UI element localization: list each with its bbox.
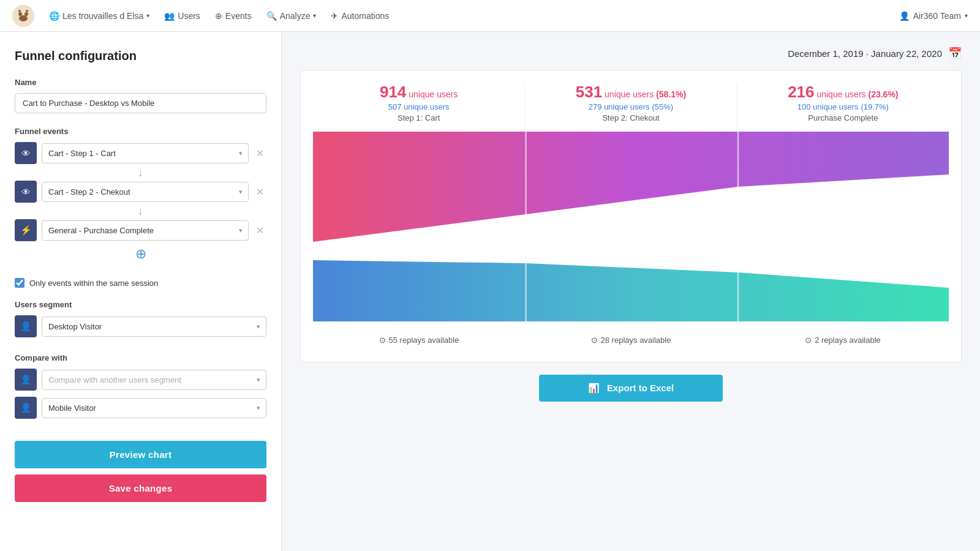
step2-header: 531 unique users (58.1%) 279 unique user… xyxy=(525,83,737,129)
nav-analyze[interactable]: 🔍 Analyze ▾ xyxy=(266,11,317,21)
compare-select-wrap: Compare with another users segment ▾ xyxy=(42,370,266,390)
brand-chevron-icon: ▾ xyxy=(146,12,149,19)
replays-step3: ⊙ 2 replays available xyxy=(737,331,949,350)
compare-placeholder-row: 👤 Compare with another users segment ▾ xyxy=(15,369,266,391)
step3-primary-stat: 216 unique users (23.6%) xyxy=(744,83,943,102)
compare-value-icon: 👤 xyxy=(20,402,32,413)
calendar-icon[interactable]: 📅 xyxy=(948,47,962,60)
step1-secondary-stat: 507 unique users xyxy=(319,102,518,111)
nav-brand[interactable]: 🌐 Les trouvailles d Elsa ▾ xyxy=(49,11,149,21)
event1-remove-button[interactable]: ✕ xyxy=(254,145,266,162)
compare-value-icon-button[interactable]: 👤 xyxy=(15,397,37,419)
export-section: 📊 Export to Excel xyxy=(300,375,962,402)
event-row-1: 👁 Cart - Step 1 - Cart ▾ ✕ xyxy=(15,142,266,164)
replay-icon-1: ⊙ xyxy=(379,335,386,345)
eye-icon-2: 👁 xyxy=(21,187,31,197)
arrow-down-1: ↓ xyxy=(15,167,266,179)
funnel-headers: 914 unique users 507 unique users Step 1… xyxy=(313,83,949,129)
event3-remove-button[interactable]: ✕ xyxy=(254,222,266,239)
step3-primary-pct: (23.6%) xyxy=(868,89,898,99)
svg-point-4 xyxy=(18,10,21,12)
step1-primary-count: 914 xyxy=(380,83,406,101)
funnel-svg xyxy=(313,129,949,324)
event2-eye-button[interactable]: 👁 xyxy=(15,181,37,203)
sidebar: Funnel configuration Name Funnel events … xyxy=(0,32,282,551)
user-menu[interactable]: 👤 Air360 Team ▾ xyxy=(899,11,968,21)
compare-value-select-wrap: Mobile Visitor ▾ xyxy=(42,398,266,418)
svg-point-2 xyxy=(24,12,28,16)
step1-header: 914 unique users 507 unique users Step 1… xyxy=(313,83,525,129)
session-checkbox[interactable] xyxy=(15,278,24,288)
nav-automations[interactable]: ✈ Automations xyxy=(331,11,389,21)
svg-point-3 xyxy=(19,15,28,21)
step1-primary-stat: 914 unique users xyxy=(319,83,518,102)
event2-select-wrap: Cart - Step 2 - Chekout ▾ xyxy=(42,182,249,202)
add-event-button[interactable]: ⊕ xyxy=(135,246,146,262)
step2-primary-pct: (58.1%) xyxy=(656,89,686,99)
users-segment-label: Users segment xyxy=(15,300,266,309)
user-chevron-icon: ▾ xyxy=(965,12,968,19)
compare-select[interactable]: Compare with another users segment xyxy=(42,370,266,390)
step2-secondary-pct: (55%) xyxy=(652,102,673,111)
step1-primary-label: unique users xyxy=(409,89,458,99)
compare-label: Compare with xyxy=(15,353,266,362)
event-row-3: ⚡ General - Purchase Complete ▾ ✕ xyxy=(15,219,266,241)
logo-icon xyxy=(12,5,34,27)
step2-secondary-stat: 279 unique users (55%) xyxy=(531,102,730,111)
event3-bolt-button[interactable]: ⚡ xyxy=(15,219,37,241)
preview-chart-button[interactable]: Preview chart xyxy=(15,441,266,468)
analyze-nav-icon: 🔍 xyxy=(266,11,277,21)
date-bar: December 1, 2019 · January 22, 2020 📅 xyxy=(300,47,962,60)
funnel-events-label: Funnel events xyxy=(15,127,266,136)
user-icon: 👤 xyxy=(899,11,910,21)
step1-secondary-count: 507 unique users xyxy=(388,102,450,111)
compare-section: Compare with 👤 Compare with another user… xyxy=(15,351,266,425)
replay-icon-3: ⊙ xyxy=(805,335,812,345)
sidebar-title: Funnel configuration xyxy=(15,49,266,63)
date-range: December 1, 2019 · January 22, 2020 xyxy=(788,48,942,59)
save-changes-button[interactable]: Save changes xyxy=(15,474,266,502)
event2-select[interactable]: Cart - Step 2 - Chekout xyxy=(42,182,249,202)
eye-icon-1: 👁 xyxy=(21,148,31,159)
step3-secondary-stat: 100 unique users (19.7%) xyxy=(744,102,943,111)
event1-eye-button[interactable]: 👁 xyxy=(15,142,37,164)
users-segment-section: Users segment 👤 Desktop Visitor ▾ xyxy=(15,298,266,343)
replay-label-1: 55 replays available xyxy=(389,335,459,345)
session-label: Only events within the same session xyxy=(29,279,158,288)
step2-primary-stat: 531 unique users (58.1%) xyxy=(531,83,730,102)
replays-step2: ⊙ 28 replays available xyxy=(525,331,737,350)
step1-label: Step 1: Cart xyxy=(319,113,518,122)
funnel-chart-container: 914 unique users 507 unique users Step 1… xyxy=(300,70,962,362)
step2-secondary-count: 279 unique users xyxy=(589,102,650,111)
compare-icon: 👤 xyxy=(20,374,32,385)
segment-select[interactable]: Desktop Visitor xyxy=(42,317,266,337)
replay-label-2: 28 replays available xyxy=(601,335,671,345)
nav-events[interactable]: ⊕ Events xyxy=(215,11,252,21)
app-layout: Funnel configuration Name Funnel events … xyxy=(0,32,980,551)
segment-icon-button[interactable]: 👤 xyxy=(15,315,37,337)
svg-point-5 xyxy=(26,10,28,12)
svg-point-1 xyxy=(18,12,22,16)
top-nav: 🌐 Les trouvailles d Elsa ▾ 👥 Users ⊕ Eve… xyxy=(0,0,980,32)
export-excel-button[interactable]: 📊 Export to Excel xyxy=(539,375,723,402)
step3-label: Purchase Complete xyxy=(744,113,943,122)
session-checkbox-row: Only events within the same session xyxy=(15,278,266,288)
compare-icon-button[interactable]: 👤 xyxy=(15,369,37,391)
nav-users[interactable]: 👥 Users xyxy=(164,11,200,21)
event1-select[interactable]: Cart - Step 1 - Cart xyxy=(42,143,249,163)
compare-value-select[interactable]: Mobile Visitor xyxy=(42,398,266,418)
step2-primary-count: 531 xyxy=(576,83,602,101)
segment-select-wrap: Desktop Visitor ▾ xyxy=(42,317,266,337)
name-label: Name xyxy=(15,78,266,87)
replays-step1: ⊙ 55 replays available xyxy=(313,331,525,350)
event1-select-wrap: Cart - Step 1 - Cart ▾ xyxy=(42,143,249,163)
funnel-events-section: Funnel events 👁 Cart - Step 1 - Cart ▾ ✕… xyxy=(15,124,266,262)
replay-label-3: 2 replays available xyxy=(815,335,881,345)
event-row-2: 👁 Cart - Step 2 - Chekout ▾ ✕ xyxy=(15,181,266,203)
event3-select[interactable]: General - Purchase Complete xyxy=(42,220,249,241)
event2-remove-button[interactable]: ✕ xyxy=(254,184,266,200)
users-nav-icon: 👥 xyxy=(164,11,175,21)
export-icon: 📊 xyxy=(588,383,600,393)
funnel-name-input[interactable] xyxy=(15,93,266,113)
step3-header: 216 unique users (23.6%) 100 unique user… xyxy=(737,83,949,129)
